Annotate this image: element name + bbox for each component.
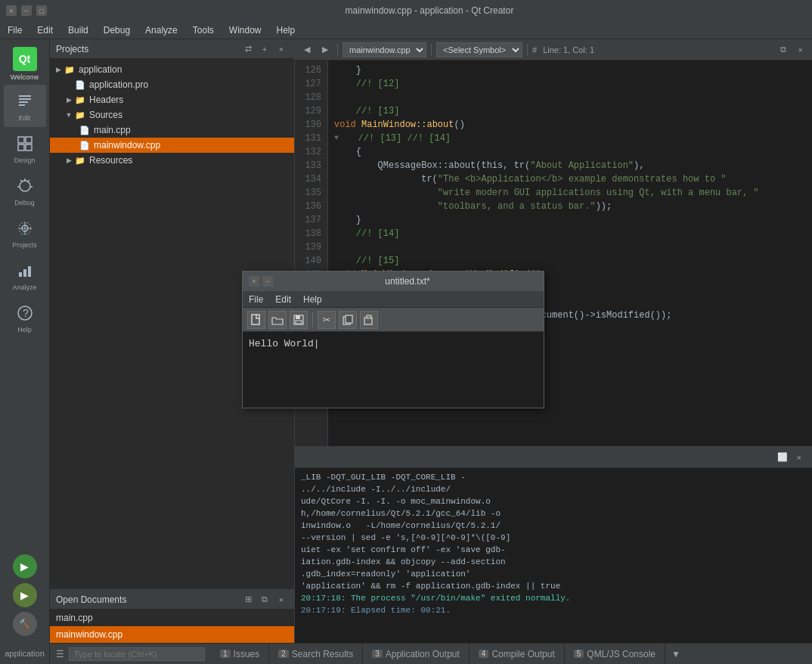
menu-edit[interactable]: Edit — [29, 21, 60, 39]
sidebar-item-analyze[interactable]: Analyze — [4, 254, 46, 296]
sidebar-label-debug: Debug — [14, 199, 35, 206]
hash-label: # — [532, 45, 537, 54]
menu-analyze[interactable]: Analyze — [138, 21, 185, 39]
tree-arrow-resources: ▶ — [64, 157, 74, 164]
open-docs-split-icon[interactable]: ⧉ — [258, 593, 271, 607]
close-editor-button[interactable]: × — [794, 43, 807, 56]
open-docs-close-icon[interactable]: × — [274, 593, 288, 607]
tab-num-compile: 4 — [479, 650, 489, 658]
tab-compile-output[interactable]: 4 Compile Output — [470, 644, 565, 664]
float-minimize-button[interactable]: − — [262, 276, 273, 287]
tree-label-application: application — [79, 64, 122, 75]
float-editor-content[interactable]: Hello World| — [243, 332, 544, 408]
svg-rect-19 — [23, 269, 26, 277]
forward-button[interactable]: ▶ — [318, 43, 333, 56]
tree-item-mainwindowcpp[interactable]: 📄 mainwindow.cpp — [50, 138, 294, 153]
float-new-icon[interactable] — [247, 311, 265, 329]
sidebar-item-edit[interactable]: Edit — [4, 85, 46, 127]
tab-label-compile: Compile Output — [491, 649, 554, 659]
panel-add-icon[interactable]: + — [258, 42, 271, 56]
float-close-button[interactable]: × — [249, 276, 259, 287]
float-menu-help[interactable]: Help — [297, 291, 328, 307]
tab-qml-console[interactable]: 5 QML/JS Console — [565, 644, 665, 664]
tab-search-results[interactable]: 2 Search Results — [269, 644, 363, 664]
debug-run-button[interactable]: ▶ — [13, 583, 37, 607]
search-input[interactable] — [69, 647, 205, 661]
menu-window[interactable]: Window — [222, 21, 269, 39]
sidebar-label-design: Design — [14, 157, 35, 164]
sidebar-item-projects[interactable]: Projects — [4, 212, 46, 254]
sidebar-item-welcome[interactable]: Qt Welcome — [4, 42, 46, 85]
code-line-140: //! [15] — [334, 254, 806, 268]
bottom-panel-max-button[interactable]: ⬜ — [773, 451, 792, 464]
code-line-135: "write modern GUI applications using Qt,… — [334, 186, 806, 200]
file-selector[interactable]: mainwindow.cpp — [342, 42, 426, 57]
menu-help[interactable]: Help — [269, 21, 303, 39]
float-paste-icon[interactable] — [360, 311, 378, 329]
float-menu-edit[interactable]: Edit — [269, 291, 297, 307]
menu-tools[interactable]: Tools — [185, 21, 222, 39]
tree-item-resources[interactable]: ▶ 📁 Resources — [50, 153, 294, 168]
sidebar-item-help[interactable]: ? Help — [4, 296, 46, 339]
float-menu-file[interactable]: File — [243, 291, 269, 307]
tree-item-apppro[interactable]: 📄 application.pro — [50, 77, 294, 92]
float-save-icon[interactable] — [290, 311, 308, 329]
bottom-panel-toolbar: ⬜ × — [295, 447, 812, 468]
code-line-128 — [334, 91, 806, 104]
code-line-138: //! [14] — [334, 227, 806, 240]
panel-close-icon[interactable]: × — [274, 42, 288, 56]
sidebar-item-debug[interactable]: Debug — [4, 169, 46, 212]
app-name: application — [0, 642, 51, 664]
output-line-10: iation.gdb-index && objcopy --add-sectio… — [301, 556, 806, 568]
build-button[interactable]: 🔨 — [13, 612, 37, 636]
open-docs-options-icon[interactable]: ⊞ — [241, 593, 255, 607]
toolbar-sep-2 — [431, 44, 432, 56]
analyze-icon — [14, 260, 36, 281]
minimize-button[interactable]: − — [21, 5, 32, 16]
float-menu: File Edit Help — [243, 291, 544, 308]
doc-label-mainwindowcpp: mainwindow.cpp — [56, 629, 122, 640]
doc-item-maincpp[interactable]: main.cpp — [50, 610, 294, 626]
status-chevron-icon[interactable]: ▼ — [665, 649, 686, 659]
doc-item-mainwindowcpp[interactable]: mainwindow.cpp — [50, 626, 294, 643]
status-options-icon[interactable]: ☰ — [56, 649, 64, 659]
menu-file[interactable]: File — [0, 21, 29, 39]
run-button[interactable]: ▶ — [13, 554, 37, 579]
tree-label-resources: Resources — [89, 155, 132, 166]
svg-rect-18 — [19, 272, 22, 277]
float-controls: × − — [249, 276, 273, 287]
svg-rect-6 — [18, 144, 24, 150]
svg-rect-5 — [26, 137, 32, 143]
close-button[interactable]: × — [6, 5, 17, 16]
tree-item-maincpp[interactable]: 📄 main.cpp — [50, 123, 294, 138]
float-cut-icon[interactable]: ✂ — [318, 311, 336, 329]
tree-arrow-application: ▶ — [53, 66, 64, 73]
file-icon-mainwindowcpp: 📄 — [79, 139, 91, 151]
back-button[interactable]: ◀ — [299, 43, 315, 56]
symbol-selector[interactable]: <Select Symbol> — [436, 42, 522, 57]
svg-line-11 — [27, 180, 29, 182]
bottom-output: _LIB -DQT_GUI_LIB -DQT_CORE_LIB - ../../… — [295, 468, 812, 643]
menu-debug[interactable]: Debug — [96, 21, 138, 39]
output-line-12: 'application' && rm -f application.gdb-i… — [301, 580, 806, 592]
float-open-icon[interactable] — [268, 311, 287, 329]
tab-issues[interactable]: 1 Issues — [211, 644, 269, 664]
float-title-bar: × − untitled.txt* — [243, 271, 544, 291]
sidebar-item-design[interactable]: Design — [4, 127, 46, 169]
output-line-14: 20:17:19: Elapsed time: 00:21. — [301, 604, 806, 616]
tree-item-headers[interactable]: ▶ 📁 Headers — [50, 92, 294, 107]
tree-item-sources[interactable]: ▼ 📁 Sources — [50, 107, 294, 123]
panel-sync-icon[interactable]: ⇄ — [241, 42, 255, 56]
svg-rect-2 — [19, 101, 28, 103]
float-copy-icon[interactable] — [339, 311, 357, 329]
window-title: mainwindow.cpp - application - Qt Creato… — [53, 5, 806, 16]
bottom-panel-close-button[interactable]: × — [792, 451, 806, 464]
status-bar: ☰ 1 Issues 2 Search Results 3 Applicatio… — [50, 643, 812, 664]
maximize-button[interactable]: □ — [36, 5, 47, 16]
svg-rect-28 — [346, 315, 352, 323]
svg-rect-20 — [28, 266, 31, 277]
tab-app-output[interactable]: 3 Application Output — [363, 644, 470, 664]
tree-item-application[interactable]: ▶ 📁 application — [50, 62, 294, 77]
menu-build[interactable]: Build — [60, 21, 96, 39]
split-editor-button[interactable]: ⧉ — [776, 43, 791, 56]
